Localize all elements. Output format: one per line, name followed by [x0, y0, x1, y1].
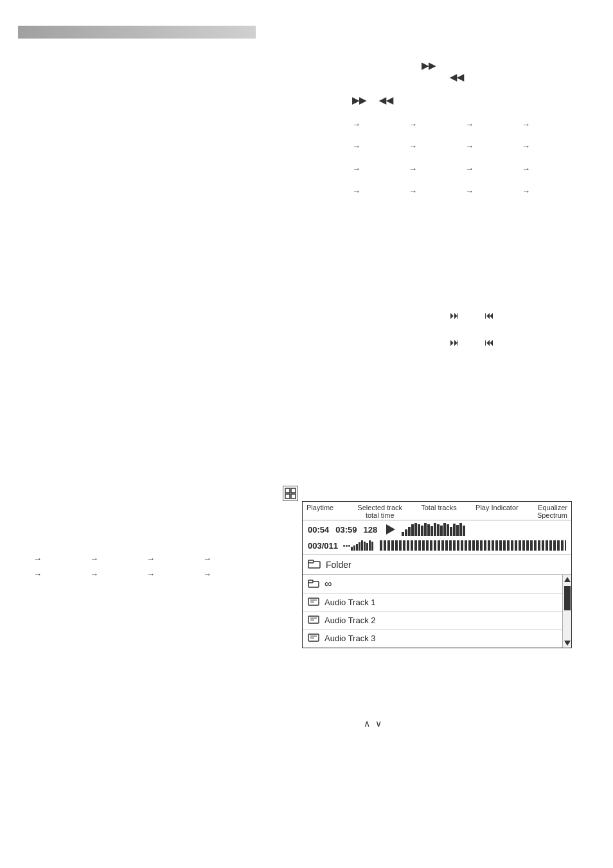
scrollbar-down-arrow[interactable] — [564, 641, 571, 646]
skip-prev-symbol-1: ⏮ — [484, 310, 494, 321]
skip-next-symbol-2: ⏭ — [450, 337, 459, 348]
track-list: ∞ Audio Track 1 — [303, 575, 562, 648]
spectrum-label: Spectrum — [537, 511, 567, 519]
arrow-symbol-16: → — [522, 186, 530, 196]
track-label-1: Audio Track 1 — [324, 598, 376, 607]
arrow-symbol-8: → — [522, 141, 530, 151]
play-indicator-icon — [386, 524, 395, 535]
track-icon-1 — [308, 597, 319, 608]
folder-row[interactable]: Folder — [303, 554, 571, 575]
player-progress-row: 003/011 — [303, 538, 571, 554]
spectrum-fill — [380, 540, 566, 551]
track-position-value: 003/011 — [308, 541, 338, 551]
selected-track-sub-label: total time — [366, 511, 395, 519]
player-time-row: 00:54 03:59 128 — [303, 520, 571, 538]
arrow-symbol-6: → — [409, 141, 417, 151]
fast-forward-symbol-2: ▶▶ — [352, 95, 366, 105]
arrow-symbol-14: → — [409, 186, 417, 196]
arrow-symbol-1: → — [352, 120, 360, 129]
track-item-1[interactable]: Audio Track 1 — [303, 594, 562, 612]
skip-prev-symbol-2: ⏮ — [484, 337, 494, 348]
rewind-symbol-2: ◀◀ — [379, 95, 393, 105]
player-labels: Playtime Selected track total time Total… — [303, 502, 571, 520]
bottom-arrow-7: → — [147, 569, 155, 579]
scrollbar-thumb[interactable] — [564, 586, 571, 610]
nav-down-arrow[interactable]: ∨ — [375, 718, 382, 729]
arrow-symbol-11: → — [465, 164, 474, 173]
track-item-3[interactable]: Audio Track 3 — [303, 630, 562, 648]
svg-rect-2 — [285, 494, 290, 499]
arrow-symbol-9: → — [352, 164, 360, 173]
svg-rect-7 — [308, 580, 313, 583]
svg-rect-0 — [285, 488, 290, 493]
arrow-symbol-13: → — [352, 186, 360, 196]
bottom-arrow-6: → — [90, 569, 98, 579]
arrow-symbol-5: → — [352, 141, 360, 151]
track-label-2: Audio Track 2 — [324, 616, 376, 625]
selected-track-label: Selected track — [357, 504, 402, 511]
arrow-symbol-3: → — [465, 120, 474, 129]
folder-label: Folder — [326, 560, 351, 570]
bottom-arrow-2: → — [90, 554, 98, 563]
track-item-infinity[interactable]: ∞ — [303, 575, 562, 594]
playtime-label: Playtime — [306, 504, 333, 519]
skip-next-symbol-1: ⏭ — [450, 310, 459, 321]
track-infinity-symbol: ∞ — [324, 578, 332, 590]
total-tracks-label: Total tracks — [421, 504, 457, 519]
track-list-panel: ∞ Audio Track 1 — [303, 575, 571, 648]
playtime-value: 00:54 — [308, 525, 329, 535]
svg-rect-5 — [308, 560, 314, 563]
track-item-2[interactable]: Audio Track 2 — [303, 612, 562, 630]
rewind-symbol-1: ◀◀ — [450, 72, 464, 82]
track-label-3: Audio Track 3 — [324, 633, 376, 643]
track-icon-2 — [308, 615, 319, 626]
play-indicator-label: Play Indicator — [475, 504, 519, 519]
progress-indicator — [343, 540, 373, 551]
scrollbar[interactable] — [562, 575, 571, 648]
equalizer-label: Equalizer — [538, 504, 567, 511]
arrow-symbol-12: → — [522, 164, 530, 173]
arrow-symbol-2: → — [409, 120, 417, 129]
folder-icon — [308, 558, 321, 571]
track-count-value: 128 — [364, 525, 378, 535]
arrow-symbol-10: → — [409, 164, 417, 173]
section-header-bar — [18, 26, 256, 39]
bottom-arrow-4: → — [203, 554, 211, 563]
track-folder-icon-infinity — [308, 579, 319, 590]
settings-icon[interactable] — [283, 486, 298, 501]
fast-forward-symbol-1: ▶▶ — [422, 60, 436, 71]
arrow-symbol-15: → — [465, 186, 474, 196]
bottom-arrow-1: → — [33, 554, 42, 563]
bottom-arrow-5: → — [33, 569, 42, 579]
track-icon-3 — [308, 633, 319, 644]
arrow-symbol-4: → — [522, 120, 530, 129]
nav-arrows: ∧ ∨ — [364, 718, 382, 729]
equalizer-spectrum — [402, 523, 566, 536]
bottom-arrow-3: → — [147, 554, 155, 563]
svg-rect-3 — [291, 494, 296, 499]
svg-rect-1 — [291, 488, 296, 493]
selected-time-value: 03:59 — [335, 525, 357, 535]
bottom-arrow-8: → — [203, 569, 211, 579]
scrollbar-up-arrow[interactable] — [564, 577, 571, 582]
arrow-symbol-7: → — [465, 141, 474, 151]
nav-up-arrow[interactable]: ∧ — [364, 718, 370, 729]
player-display: Playtime Selected track total time Total… — [302, 501, 572, 648]
